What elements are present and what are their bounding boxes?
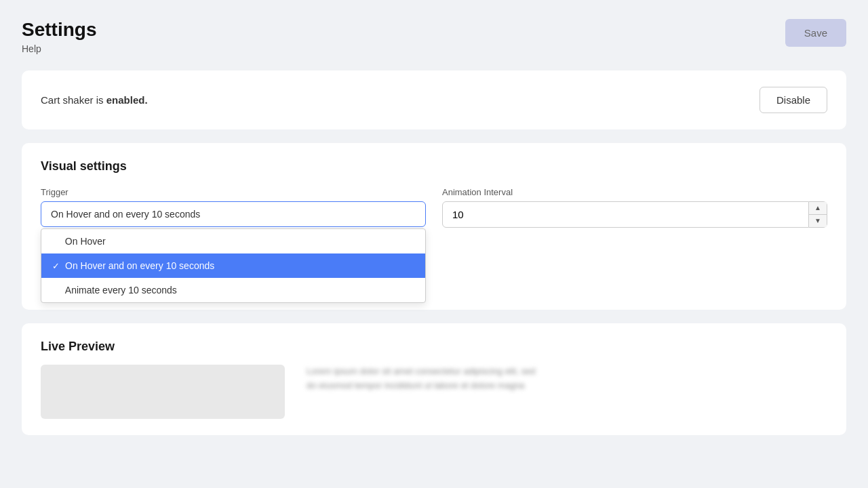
- live-preview-title: Live Preview: [41, 340, 827, 354]
- help-link[interactable]: Help: [22, 43, 96, 54]
- trigger-dropdown: On Hover ✓ On Hover and on every 10 seco…: [41, 228, 426, 303]
- status-bold: enabled.: [106, 94, 148, 106]
- blurred-text-2: do eiusmod tempor incididunt ut labore e…: [307, 379, 827, 393]
- trigger-select-container: On Hover and on every 10 seconds On Hove…: [41, 201, 426, 227]
- page-header: Settings Help Save: [22, 19, 846, 54]
- status-card: Cart shaker is enabled. Disable: [22, 70, 846, 129]
- blurred-text-1: Lorem ipsum dolor sit amet consectetur a…: [307, 365, 827, 379]
- stepper-down-button[interactable]: ▼: [809, 215, 827, 227]
- checkmark-animate: [52, 285, 60, 296]
- preview-content: Lorem ipsum dolor sit amet consectetur a…: [41, 365, 827, 419]
- animation-interval-label: Animation Interval: [442, 187, 827, 197]
- save-button[interactable]: Save: [785, 19, 846, 47]
- live-preview-card: Live Preview Lorem ipsum dolor sit amet …: [22, 323, 846, 435]
- dropdown-item-label-selected: On Hover and on every 10 seconds: [65, 260, 214, 271]
- dropdown-item-label: On Hover: [65, 236, 106, 247]
- stepper-up-button[interactable]: ▲: [809, 202, 827, 215]
- preview-image: [41, 365, 285, 419]
- dropdown-item-on-hover[interactable]: On Hover: [41, 229, 425, 253]
- animation-interval-input[interactable]: [442, 201, 809, 228]
- status-bar: Cart shaker is enabled. Disable: [41, 87, 827, 113]
- dropdown-item-label-animate: Animate every 10 seconds: [65, 285, 177, 296]
- dropdown-item-hover-every[interactable]: ✓ On Hover and on every 10 seconds: [41, 253, 425, 278]
- checkmark-selected: ✓: [52, 261, 60, 271]
- status-text: Cart shaker is enabled.: [41, 94, 148, 106]
- page-title: Settings: [22, 19, 96, 41]
- visual-settings-title: Visual settings: [41, 159, 827, 174]
- disable-button[interactable]: Disable: [760, 87, 827, 113]
- stepper-buttons: ▲ ▼: [809, 201, 827, 228]
- settings-grid: Trigger On Hover and on every 10 seconds…: [41, 187, 827, 228]
- animation-interval-container: ▲ ▼: [442, 201, 827, 228]
- trigger-field: Trigger On Hover and on every 10 seconds…: [41, 187, 426, 228]
- visual-settings-card: Visual settings Trigger On Hover and on …: [22, 143, 846, 310]
- status-prefix: Cart shaker is: [41, 94, 106, 106]
- trigger-label: Trigger: [41, 187, 426, 197]
- checkmark-placeholder: [52, 237, 60, 247]
- header-left: Settings Help: [22, 19, 96, 54]
- preview-text: Lorem ipsum dolor sit amet consectetur a…: [307, 365, 827, 393]
- dropdown-item-animate[interactable]: Animate every 10 seconds: [41, 278, 425, 302]
- trigger-select-display[interactable]: On Hover and on every 10 seconds: [41, 201, 426, 227]
- animation-interval-field: Animation Interval ▲ ▼: [442, 187, 827, 228]
